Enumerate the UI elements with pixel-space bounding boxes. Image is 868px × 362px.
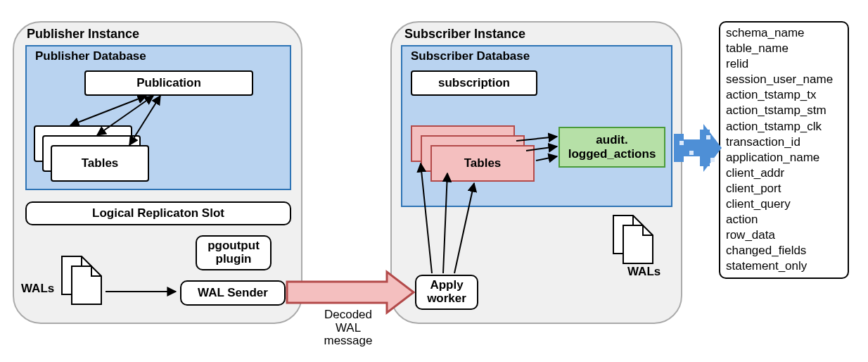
field-item: application_name bbox=[726, 150, 842, 166]
subscriber-tables-label: Tables bbox=[464, 156, 502, 170]
publisher-db-title: Publisher Database bbox=[35, 49, 146, 63]
subscriber-db-title: Subscriber Database bbox=[411, 49, 530, 63]
publisher-table-3: Tables bbox=[51, 145, 149, 182]
field-item: schema_name bbox=[726, 25, 842, 41]
subscription-box: subscription bbox=[411, 70, 537, 96]
subscriber-wals-label: WALs bbox=[627, 265, 660, 279]
publisher-tables-label: Tables bbox=[82, 156, 119, 170]
apply-worker: Apply worker bbox=[415, 275, 478, 310]
subscriber-title: Subscriber Instance bbox=[404, 27, 525, 42]
fields-panel: schema_name table_name relid session_use… bbox=[719, 21, 849, 279]
field-item: session_user_name bbox=[726, 72, 842, 87]
wal-sender-label: WAL Sender bbox=[198, 286, 268, 300]
publication-box: Publication bbox=[84, 70, 253, 96]
subscriber-walfile-icon-2 bbox=[622, 224, 654, 265]
field-item: client_query bbox=[726, 196, 842, 212]
publication-label: Publication bbox=[136, 76, 201, 90]
field-item: statement_only bbox=[726, 258, 842, 274]
field-item: client_port bbox=[726, 181, 842, 196]
replication-slot-label: Logical Replicaton Slot bbox=[92, 206, 224, 220]
field-item: action_tstamp_stm bbox=[726, 103, 842, 118]
apply-worker-label: Apply worker bbox=[427, 279, 466, 305]
field-item: action bbox=[726, 212, 842, 227]
pgoutput-plugin: pgoutput plugin bbox=[196, 235, 272, 270]
audit-label: audit. logged_actions bbox=[568, 133, 656, 161]
svg-rect-15 bbox=[689, 151, 694, 155]
subscriber-table-3: Tables bbox=[430, 145, 535, 182]
publisher-title: Publisher Instance bbox=[27, 27, 139, 42]
field-item: action_tstamp_clk bbox=[726, 119, 842, 135]
field-item: transaction_id bbox=[726, 135, 842, 150]
decoded-wal-label: Decoded WAL message bbox=[306, 308, 390, 348]
field-item: changed_fields bbox=[726, 243, 842, 258]
field-item: relid bbox=[726, 56, 842, 72]
publisher-wals-label: WALs bbox=[21, 282, 54, 296]
field-item: action_tstamp_tx bbox=[726, 87, 842, 103]
subscription-label: subscription bbox=[438, 76, 510, 90]
wal-sender: WAL Sender bbox=[180, 280, 286, 306]
svg-rect-12 bbox=[700, 130, 710, 166]
field-item: client_addr bbox=[726, 166, 842, 181]
field-item: table_name bbox=[726, 41, 842, 56]
svg-rect-16 bbox=[706, 135, 710, 139]
plugin-label: pgoutput plugin bbox=[208, 239, 260, 266]
publisher-walfile-icon-2 bbox=[70, 265, 103, 306]
audit-logged-actions: audit. logged_actions bbox=[559, 127, 665, 168]
field-item: row_data bbox=[726, 227, 842, 243]
svg-rect-17 bbox=[710, 158, 715, 162]
replication-slot: Logical Replicaton Slot bbox=[25, 201, 291, 225]
